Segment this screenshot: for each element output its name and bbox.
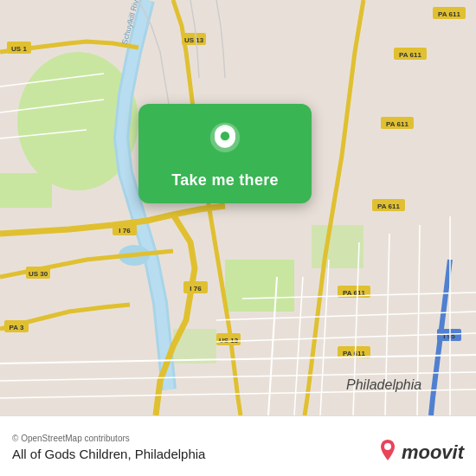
svg-text:US 13: US 13 xyxy=(184,36,204,44)
svg-point-57 xyxy=(384,443,391,450)
svg-text:PA 611: PA 611 xyxy=(399,51,421,59)
svg-text:I 76: I 76 xyxy=(119,227,131,235)
location-pin-icon xyxy=(204,121,246,163)
moovit-logo: moovit xyxy=(377,440,464,466)
svg-rect-3 xyxy=(225,260,294,312)
svg-rect-2 xyxy=(0,173,52,208)
moovit-pin-icon xyxy=(377,440,398,466)
svg-text:US 1: US 1 xyxy=(11,45,27,53)
take-me-there-label: Take me there xyxy=(171,171,279,190)
svg-text:Philadelphia: Philadelphia xyxy=(346,377,421,392)
map-container: I 76 US 30 I 76 US 1 US 13 US 13 PA 611 … xyxy=(0,0,476,415)
svg-text:US 30: US 30 xyxy=(29,270,48,278)
moovit-text: moovit xyxy=(402,441,464,464)
svg-text:PA 611: PA 611 xyxy=(386,120,408,128)
svg-text:I 76: I 76 xyxy=(190,285,202,293)
map-svg: I 76 US 30 I 76 US 1 US 13 US 13 PA 611 … xyxy=(0,0,476,415)
svg-text:PA 3: PA 3 xyxy=(10,324,24,331)
svg-text:PA 611: PA 611 xyxy=(377,203,400,210)
svg-point-56 xyxy=(221,132,229,140)
svg-text:PA 611: PA 611 xyxy=(438,10,460,18)
svg-text:US 13: US 13 xyxy=(219,337,239,344)
bottom-bar: © OpenStreetMap contributors All of Gods… xyxy=(0,415,476,476)
svg-rect-4 xyxy=(312,225,363,268)
take-me-there-card[interactable]: Take me there xyxy=(138,104,312,203)
